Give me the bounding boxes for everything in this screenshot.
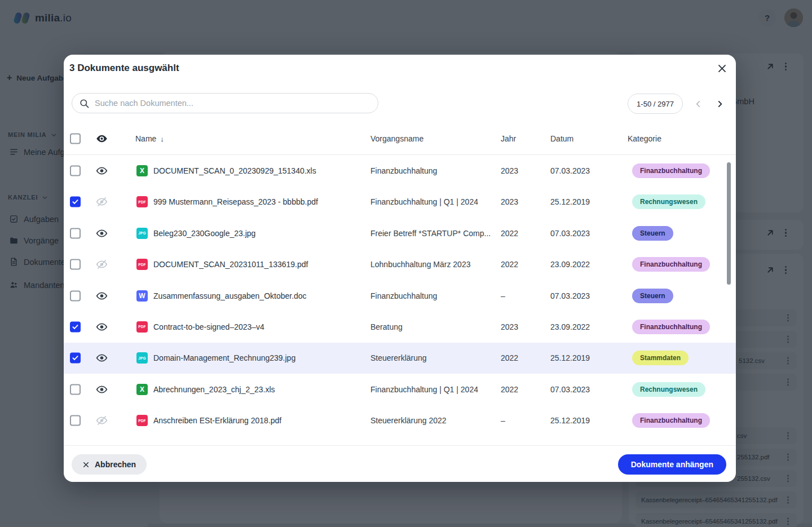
table-row[interactable]: XDOCUMENT_SCAN_0_20230929_151340.xlsFina… (64, 155, 736, 186)
jahr-value: 2023 (501, 197, 518, 206)
table-row[interactable]: PDFAnschreiben ESt-Erklärung 2018.pdfSte… (64, 405, 736, 436)
row-checkbox[interactable] (70, 197, 81, 207)
jahr-value: 2022 (501, 353, 518, 362)
row-checkbox[interactable] (70, 384, 81, 395)
datum-value: 07.03.2023 (550, 291, 590, 300)
file-type-icon-pdf: PDF (136, 196, 148, 207)
close-icon[interactable] (714, 60, 730, 76)
file-type-icon-pdf: PDF (136, 415, 148, 426)
visibility-eye-icon[interactable] (96, 227, 108, 239)
visibility-eye-icon[interactable] (96, 290, 108, 302)
row-checkbox[interactable] (70, 321, 81, 332)
visibility-eye-icon[interactable] (96, 383, 108, 395)
vorgangsname-value: Finanzbuchhaltung | Q1 | 2024 (370, 197, 478, 206)
modal-footer: Abbrechen Dokumente anhängen (64, 445, 736, 482)
column-header-datum[interactable]: Datum (550, 134, 573, 143)
jahr-value: – (501, 416, 505, 425)
datum-value: 25.12.2019 (550, 353, 590, 362)
document-name: Contract-to-be-signed–2023–v4 (153, 322, 264, 331)
vorgangsname-value: Freier Betreff *STARTUP* Comp... (370, 229, 491, 238)
vorgangsname-value: Finanzbuchhaltung (370, 166, 437, 175)
search-icon (79, 98, 90, 109)
category-badge: Rechnungswesen (632, 194, 705, 209)
datum-value: 07.03.2023 (550, 229, 590, 238)
next-page-button[interactable] (713, 97, 726, 110)
modal-title: 3 Dokumente ausgwählt (69, 63, 179, 74)
select-all-checkbox[interactable] (70, 134, 81, 144)
datum-value: 23.09.2022 (550, 322, 590, 331)
document-name: 999 Mustermann_Reisepass_2023 - bbbbb.pd… (153, 197, 318, 206)
visibility-off-eye-icon[interactable] (96, 196, 108, 208)
category-badge: Steuern (632, 226, 673, 241)
vorgangsname-value: Lohnbuchhaltung März 2023 (370, 260, 470, 269)
table-row[interactable]: JPGBeleg230_230Google_23.jpgFreier Betre… (64, 218, 736, 249)
document-name: Abrechnungen_2023_chj_2_23.xls (153, 385, 275, 394)
jahr-value: – (501, 291, 505, 300)
category-badge: Finanzbuchhaltung (632, 320, 710, 334)
previous-page-button[interactable] (691, 97, 705, 110)
attach-documents-button[interactable]: Dokumente anhängen (618, 454, 726, 475)
visibility-eye-icon[interactable] (96, 165, 108, 176)
vorgangsname-value: Steuererklärung 2022 (370, 416, 447, 425)
document-name: DOCUMENT_SCAN_0_20230929_151340.xls (153, 166, 316, 175)
file-type-icon-jpg: JPG (136, 352, 148, 364)
visibility-filter-eye-icon[interactable] (96, 133, 108, 145)
document-picker-modal: 3 Dokumente ausgwählt 1-50 / 2977 Name↓ … (64, 55, 736, 482)
column-header-vorgangsname[interactable]: Vorgangsname (370, 134, 423, 143)
file-type-icon-xls: X (136, 165, 148, 176)
file-type-icon-xls: X (136, 384, 148, 395)
jahr-value: 2023 (501, 322, 518, 331)
table-row[interactable]: PDF999 Mustermann_Reisepass_2023 - bbbbb… (64, 186, 736, 217)
category-badge: Finanzbuchhaltung (632, 413, 710, 428)
table-header: Name↓ Vorgangsname Jahr Datum Kategorie (64, 123, 736, 155)
search-field[interactable] (72, 93, 378, 113)
category-badge: Finanzbuchhaltung (632, 163, 710, 178)
table-row[interactable]: WZusammenfassung_ausgaben_Oktober.docFin… (64, 280, 736, 311)
category-badge: Steuern (632, 289, 673, 303)
close-icon (82, 461, 90, 468)
row-checkbox[interactable] (70, 415, 81, 426)
app-canvas: milia.io ? + Neue Aufgabe MEIN MILIA Mei… (0, 0, 812, 527)
row-checkbox[interactable] (70, 165, 81, 176)
table-row[interactable]: PDFDOCUMENT_SCAN_20231011_133619.pdfLohn… (64, 249, 736, 280)
datum-value: 25.12.2019 (550, 197, 590, 206)
column-header-kategorie[interactable]: Kategorie (628, 134, 661, 143)
table-row[interactable]: PDFContract-to-be-signed–2023–v4Beratung… (64, 311, 736, 342)
scrollbar-thumb[interactable] (727, 162, 731, 285)
row-checkbox[interactable] (70, 259, 81, 270)
file-type-icon-doc: W (136, 290, 148, 302)
jahr-value: 2023 (501, 166, 518, 175)
jahr-value: 2022 (501, 385, 518, 394)
visibility-off-eye-icon[interactable] (96, 259, 108, 271)
table-row[interactable]: JPGDomain-Management_Rechnung239.jpgSteu… (64, 343, 736, 374)
vorgangsname-value: Beratung (370, 322, 403, 331)
jahr-value: 2022 (501, 229, 518, 238)
row-checkbox[interactable] (70, 228, 81, 238)
datum-value: 23.09.2022 (550, 260, 590, 269)
visibility-off-eye-icon[interactable] (96, 415, 108, 427)
cancel-button[interactable]: Abbrechen (72, 454, 147, 475)
visibility-eye-icon[interactable] (96, 352, 108, 364)
search-input[interactable] (95, 99, 371, 108)
sort-descending-icon: ↓ (160, 135, 164, 143)
row-checkbox[interactable] (70, 353, 81, 364)
category-badge: Rechnungswesen (632, 382, 705, 397)
jahr-value: 2022 (501, 260, 518, 269)
datum-value: 07.03.2023 (550, 166, 590, 175)
category-badge: Stammdaten (632, 351, 689, 365)
table-row[interactable]: XAbrechnungen_2023_chj_2_23.xlsFinanzbuc… (64, 374, 736, 405)
column-header-name[interactable]: Name↓ (135, 134, 164, 143)
file-type-icon-pdf: PDF (136, 259, 148, 270)
vorgangsname-value: Finanzbuchhaltung | Q1 | 2024 (370, 385, 478, 394)
document-name: Beleg230_230Google_23.jpg (153, 229, 255, 238)
vorgangsname-value: Finanzbuchhaltung (370, 291, 437, 300)
visibility-eye-icon[interactable] (96, 321, 108, 333)
datum-value: 25.12.2019 (550, 416, 590, 425)
column-header-jahr[interactable]: Jahr (501, 134, 516, 143)
document-name: Anschreiben ESt-Erklärung 2018.pdf (153, 416, 281, 425)
file-type-icon-pdf: PDF (136, 321, 148, 333)
cancel-label: Abbrechen (95, 460, 136, 469)
pagination-range: 1-50 / 2977 (628, 94, 683, 114)
document-name: Domain-Management_Rechnung239.jpg (153, 353, 295, 362)
row-checkbox[interactable] (70, 290, 81, 301)
